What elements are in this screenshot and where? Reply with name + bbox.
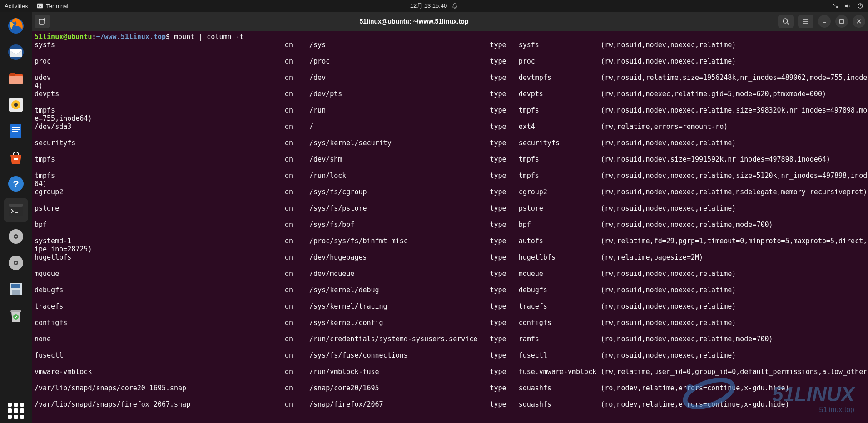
new-tab-button[interactable] [35,15,50,28]
hamburger-button[interactable] [798,15,813,28]
dock-help[interactable]: ? [4,172,28,196]
terminal-output[interactable]: 51linux@ubuntu:~/www.51linux.top$ mount … [32,31,868,423]
network-icon[interactable] [832,3,839,9]
svg-point-26 [15,262,17,264]
svg-rect-34 [840,20,843,23]
terminal-icon [37,3,43,9]
active-app[interactable]: Terminal [37,3,68,10]
dock-save[interactable] [4,277,28,301]
dock-trash[interactable] [4,303,28,328]
svg-rect-28 [11,284,20,288]
dock: ? [0,12,32,423]
dock-writer[interactable] [4,119,28,143]
maximize-button[interactable] [835,15,848,28]
svg-rect-29 [12,290,20,295]
dock-terminal[interactable] [4,198,28,222]
minimize-icon [822,19,827,24]
svg-rect-16 [14,158,18,160]
close-button[interactable] [853,15,865,28]
svg-rect-13 [12,127,20,128]
svg-rect-15 [12,131,18,132]
svg-point-23 [15,236,17,237]
dock-thunderbird[interactable] [4,40,28,64]
hamburger-icon [802,18,809,25]
search-icon [782,18,789,25]
dock-files[interactable] [4,66,28,91]
search-button[interactable] [778,15,794,28]
volume-icon[interactable] [844,3,852,9]
dock-show-apps[interactable] [4,398,28,423]
dock-disc1[interactable] [4,224,28,249]
new-tab-icon [39,18,46,25]
terminal-window: 51linux@ubuntu: ~/www.51linux.top 51linu… [32,12,868,423]
gnome-topbar: Activities Terminal 12月 13 15:40 [0,0,868,12]
dock-software[interactable] [4,145,28,170]
svg-rect-7 [9,76,23,84]
window-title: 51linux@ubuntu: ~/www.51linux.top [53,18,775,25]
dock-disc2[interactable] [4,251,28,275]
clock[interactable]: 12月 13 15:40 [410,2,447,10]
power-icon[interactable] [857,3,863,9]
svg-rect-8 [10,73,15,76]
close-icon [856,19,862,24]
svg-rect-0 [37,4,43,9]
svg-rect-30 [10,310,21,312]
titlebar: 51linux@ubuntu: ~/www.51linux.top [32,12,868,31]
svg-text:?: ? [13,178,19,190]
dock-firefox[interactable] [4,14,28,38]
notification-bell-icon[interactable] [451,3,458,9]
svg-rect-20 [9,204,23,207]
svg-point-11 [14,103,18,107]
minimize-button[interactable] [818,15,831,28]
svg-rect-14 [12,129,20,130]
dock-rhythmbox[interactable] [4,93,28,117]
maximize-icon [839,19,844,24]
activities-button[interactable]: Activities [5,3,28,10]
svg-point-33 [783,19,788,23]
